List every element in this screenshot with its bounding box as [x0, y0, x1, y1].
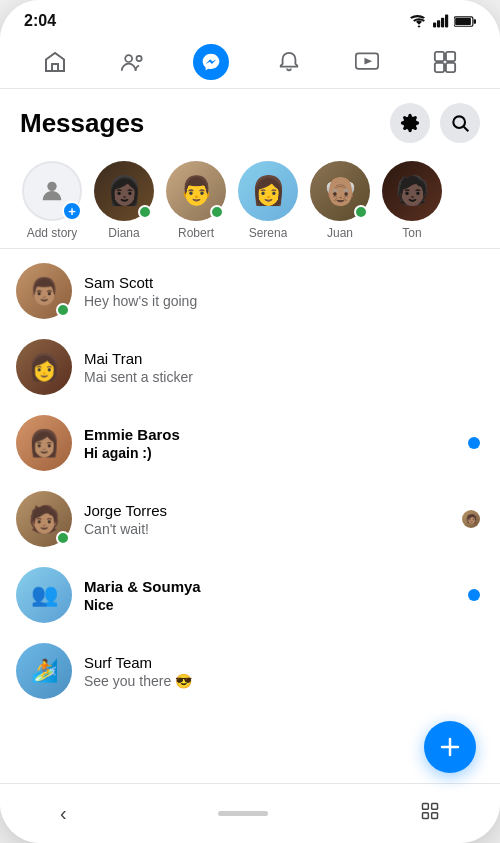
message-item-sam-scott[interactable]: 👨🏽 Sam Scott Hey how's it going	[0, 253, 500, 329]
store-icon	[433, 50, 457, 74]
maria-avatar: 👥	[16, 567, 72, 623]
svg-line-17	[464, 127, 469, 132]
sam-content: Sam Scott Hey how's it going	[84, 274, 480, 309]
message-item-jorge-torres[interactable]: 🧑🏽 Jorge Torres Can't wait! 🧑🏽	[0, 481, 500, 557]
home-indicator	[218, 811, 268, 816]
svg-rect-13	[446, 52, 455, 61]
jorge-name: Jorge Torres	[84, 502, 450, 519]
svg-rect-15	[446, 63, 455, 72]
mai-avatar-wrap: 👩	[16, 339, 72, 395]
back-button[interactable]: ‹	[60, 802, 67, 825]
search-button[interactable]	[440, 103, 480, 143]
nav-home[interactable]	[35, 42, 75, 82]
messages-header: Messages	[0, 89, 500, 151]
status-bar: 2:04	[0, 0, 500, 34]
status-time: 2:04	[24, 12, 56, 30]
diana-label: Diana	[108, 226, 139, 240]
svg-marker-11	[364, 58, 372, 65]
nav-messenger[interactable]	[191, 42, 231, 82]
robert-online	[210, 205, 224, 219]
nav-store[interactable]	[425, 42, 465, 82]
nav-friends[interactable]	[113, 42, 153, 82]
svg-rect-12	[435, 52, 444, 61]
sam-online-dot	[56, 303, 70, 317]
header-actions	[390, 103, 480, 143]
plus-icon	[438, 735, 462, 759]
emmie-avatar-wrap: 👩🏽	[16, 415, 72, 471]
recents-button[interactable]	[420, 801, 440, 826]
jorge-online-dot	[56, 531, 70, 545]
story-robert[interactable]: 👨 Robert	[160, 161, 232, 240]
new-message-fab[interactable]	[424, 721, 476, 773]
maria-preview: Nice	[84, 597, 456, 613]
gear-icon	[400, 113, 420, 133]
svg-point-9	[136, 56, 141, 61]
mai-content: Mai Tran Mai sent a sticker	[84, 350, 480, 385]
emmie-name: Emmie Baros	[84, 426, 456, 443]
svg-rect-22	[432, 804, 438, 810]
top-nav	[0, 34, 500, 89]
story-juan[interactable]: 👴🏽 Juan	[304, 161, 376, 240]
sam-avatar-wrap: 👨🏽	[16, 263, 72, 319]
emmie-unread-dot	[468, 437, 480, 449]
juan-label: Juan	[327, 226, 353, 240]
svg-rect-0	[433, 23, 436, 28]
svg-rect-14	[435, 63, 444, 72]
messenger-icon	[201, 52, 221, 72]
svg-rect-21	[422, 804, 428, 810]
svg-rect-3	[445, 15, 448, 28]
status-icons	[410, 14, 476, 28]
maria-name: Maria & Soumya	[84, 578, 456, 595]
svg-point-16	[453, 116, 465, 128]
message-item-mai-tran[interactable]: 👩 Mai Tran Mai sent a sticker	[0, 329, 500, 405]
divider	[0, 248, 500, 249]
surf-preview: See you there 😎	[84, 673, 480, 689]
notifications-icon	[278, 50, 300, 74]
nav-notifications[interactable]	[269, 42, 309, 82]
diana-online	[138, 205, 152, 219]
add-story-badge: +	[62, 201, 82, 221]
svg-rect-7	[52, 64, 58, 71]
message-item-emmie-baros[interactable]: 👩🏽 Emmie Baros Hi again :)	[0, 405, 500, 481]
page-title: Messages	[20, 108, 144, 139]
surf-avatar-wrap: 🏄	[16, 643, 72, 699]
jorge-receipt: 🧑🏽	[462, 510, 480, 528]
svg-rect-24	[432, 813, 438, 819]
story-add-label: Add story	[27, 226, 78, 240]
svg-point-8	[125, 55, 132, 62]
sam-name: Sam Scott	[84, 274, 480, 291]
emmie-avatar: 👩🏽	[16, 415, 72, 471]
story-add[interactable]: + Add story	[16, 161, 88, 240]
svg-rect-23	[422, 813, 428, 819]
surf-name: Surf Team	[84, 654, 480, 671]
svg-point-18	[47, 182, 56, 191]
messages-list: 👨🏽 Sam Scott Hey how's it going 👩 Mai Tr…	[0, 253, 500, 783]
wifi-icon	[410, 14, 428, 28]
sam-preview: Hey how's it going	[84, 293, 480, 309]
search-icon	[450, 113, 470, 133]
ton-label: Ton	[402, 226, 421, 240]
serena-label: Serena	[249, 226, 288, 240]
jorge-content: Jorge Torres Can't wait!	[84, 502, 450, 537]
nav-watch[interactable]	[347, 42, 387, 82]
surf-avatar: 🏄	[16, 643, 72, 699]
surf-content: Surf Team See you there 😎	[84, 654, 480, 689]
svg-rect-5	[474, 19, 476, 24]
jorge-avatar-wrap: 🧑🏽	[16, 491, 72, 547]
home-icon	[43, 50, 67, 74]
message-item-surf-team[interactable]: 🏄 Surf Team See you there 😎	[0, 633, 500, 709]
emmie-content: Emmie Baros Hi again :)	[84, 426, 456, 461]
serena-avatar: 👩	[238, 161, 298, 221]
message-item-maria-soumya[interactable]: 👥 Maria & Soumya Nice	[0, 557, 500, 633]
bottom-nav: ‹	[0, 783, 500, 843]
story-diana[interactable]: 👩🏿 Diana	[88, 161, 160, 240]
settings-button[interactable]	[390, 103, 430, 143]
juan-online	[354, 205, 368, 219]
emmie-preview: Hi again :)	[84, 445, 456, 461]
signal-icon	[433, 14, 449, 28]
phone-container: 2:04	[0, 0, 500, 843]
stories-row: + Add story 👩🏿 Diana 👨 Robert	[0, 151, 500, 244]
story-serena[interactable]: 👩 Serena	[232, 161, 304, 240]
jorge-preview: Can't wait!	[84, 521, 450, 537]
story-ton[interactable]: 🧑🏿 Ton	[376, 161, 448, 240]
